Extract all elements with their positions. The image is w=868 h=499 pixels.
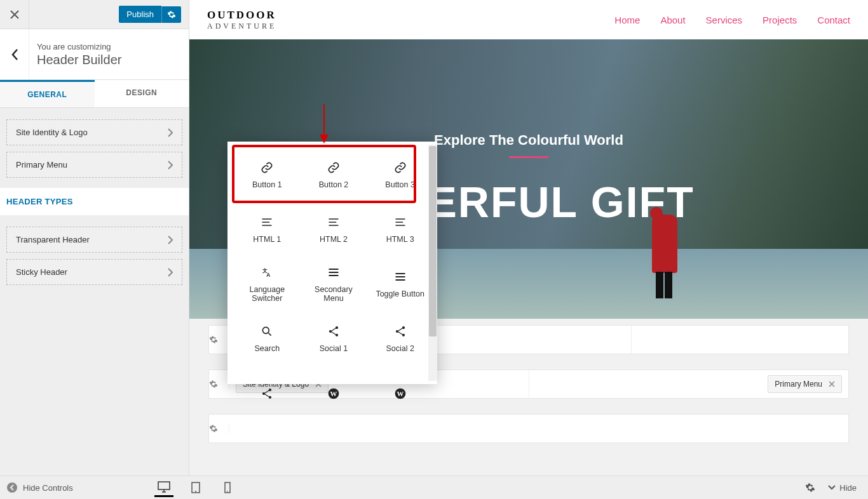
popup-item-button-2[interactable]: Button 2 xyxy=(301,148,367,203)
popup-item-social-1[interactable]: Social 1 xyxy=(301,312,367,366)
option-transparent-header[interactable]: Transparent Header xyxy=(6,227,182,253)
logo-line2: ADVENTURE xyxy=(207,22,276,31)
popup-item-button-3[interactable]: Button 3 xyxy=(367,148,433,203)
nav-contact[interactable]: Contact xyxy=(817,15,850,25)
popup-item-social-2[interactable]: Social 2 xyxy=(367,312,433,366)
desktop-icon xyxy=(158,481,170,493)
hide-label: Hide xyxy=(839,483,857,493)
close-customizer-button[interactable] xyxy=(0,0,29,29)
svg-point-9 xyxy=(262,392,265,395)
popup-item-label: HTML 3 xyxy=(386,235,414,244)
menu-icon xyxy=(394,270,407,283)
link-icon xyxy=(394,161,407,174)
option-sticky-header[interactable]: Sticky Header xyxy=(6,259,182,285)
svg-point-21 xyxy=(195,491,196,492)
hide-controls-label: Hide Controls xyxy=(23,483,73,493)
chip-remove-button[interactable] xyxy=(829,381,835,387)
customizing-label: You are customizing xyxy=(37,42,121,51)
option-label: Transparent Header xyxy=(16,235,90,244)
popup-item-label: HTML 1 xyxy=(253,235,281,244)
primary-nav: Home About Services Projects Contact xyxy=(614,15,850,25)
chip-label: Primary Menu xyxy=(775,380,822,389)
gear-icon xyxy=(209,380,218,389)
search-icon xyxy=(261,325,273,338)
option-site-identity[interactable]: Site Identity & Logo xyxy=(6,119,182,145)
customizer-sidebar: Publish You are customizing Header Build… xyxy=(0,0,189,476)
tab-design[interactable]: DESIGN xyxy=(95,80,189,107)
popup-item-secondary-menu[interactable]: Secondary Menu xyxy=(301,257,367,312)
svg-point-6 xyxy=(396,330,398,333)
popup-item-html-3[interactable]: HTML 3 xyxy=(367,203,433,257)
hide-builder-button[interactable]: Hide xyxy=(828,483,857,493)
back-button[interactable] xyxy=(0,29,29,80)
hero-figure xyxy=(652,215,677,273)
popup-item-item-13[interactable]: W xyxy=(301,366,367,421)
popup-item-html-2[interactable]: HTML 2 xyxy=(301,203,367,257)
general-options: Site Identity & Logo Primary Menu xyxy=(0,108,189,188)
mobile-icon xyxy=(224,482,231,493)
publish-settings-button[interactable] xyxy=(161,6,181,23)
svg-point-18 xyxy=(7,482,17,493)
popup-item-toggle-button[interactable]: Toggle Button xyxy=(367,257,433,312)
popup-item-label: Social 1 xyxy=(320,344,348,353)
chevron-right-icon xyxy=(168,128,173,137)
svg-rect-19 xyxy=(158,482,170,489)
site-header: OUTDOOR ADVENTURE Home About Services Pr… xyxy=(189,0,868,39)
popup-item-language-switcher[interactable]: 文ALanguage Switcher xyxy=(234,257,301,312)
row-settings-button[interactable] xyxy=(209,424,229,433)
popup-item-label: Search xyxy=(255,344,280,353)
svg-point-8 xyxy=(402,334,405,336)
device-mobile-button[interactable] xyxy=(218,478,237,497)
tab-general[interactable]: GENERAL xyxy=(0,80,95,107)
share-icon xyxy=(327,325,340,338)
svg-point-3 xyxy=(329,330,332,333)
wp-icon: W xyxy=(327,387,340,400)
tablet-icon xyxy=(191,482,200,493)
popup-item-search[interactable]: Search xyxy=(234,312,301,366)
chevron-down-icon xyxy=(828,485,836,490)
builder-settings-button[interactable] xyxy=(805,482,815,493)
text-icon xyxy=(394,216,407,229)
popup-item-html-1[interactable]: HTML 1 xyxy=(234,203,301,257)
collapse-icon xyxy=(6,482,18,493)
site-logo: OUTDOOR ADVENTURE xyxy=(207,9,276,31)
chip-primary-menu[interactable]: Primary Menu xyxy=(768,375,842,393)
svg-point-7 xyxy=(402,326,405,329)
nav-home[interactable]: Home xyxy=(614,15,640,25)
nav-projects[interactable]: Projects xyxy=(763,15,797,25)
close-icon xyxy=(829,381,835,387)
row-settings-button[interactable] xyxy=(209,335,229,344)
svg-point-5 xyxy=(336,334,338,336)
nav-services[interactable]: Services xyxy=(706,15,743,25)
header-type-options: Transparent Header Sticky Header xyxy=(0,215,189,295)
popup-item-item-14[interactable]: W xyxy=(367,366,433,421)
section-title: Header Builder xyxy=(37,53,121,67)
close-icon xyxy=(10,10,19,19)
elements-popup: Button 1Button 2Button 3HTML 1HTML 2HTML… xyxy=(227,142,437,384)
nav-about[interactable]: About xyxy=(660,15,685,25)
hide-controls-button[interactable]: Hide Controls xyxy=(6,482,73,493)
option-primary-menu[interactable]: Primary Menu xyxy=(6,152,182,178)
chevron-right-icon xyxy=(168,161,173,170)
popup-item-label: HTML 2 xyxy=(320,235,348,244)
popup-item-label: Social 2 xyxy=(386,344,414,353)
gear-icon xyxy=(167,10,176,19)
popup-item-label: Toggle Button xyxy=(376,289,424,298)
publish-button[interactable]: Publish xyxy=(119,6,161,23)
popup-item-item-12[interactable] xyxy=(234,366,301,421)
popup-item-label: Secondary Menu xyxy=(304,285,363,303)
gear-icon xyxy=(805,482,815,493)
popup-scrollbar[interactable] xyxy=(428,145,437,381)
row-settings-button[interactable] xyxy=(209,380,229,389)
chevron-left-icon xyxy=(11,48,18,61)
popup-item-label: Language Switcher xyxy=(238,285,297,303)
hero-underline xyxy=(509,156,548,158)
device-tablet-button[interactable] xyxy=(186,478,205,497)
svg-point-11 xyxy=(269,396,271,399)
popup-item-label: Button 3 xyxy=(385,180,415,189)
svg-point-2 xyxy=(263,327,269,333)
device-desktop-button[interactable] xyxy=(154,478,173,497)
popup-item-button-1[interactable]: Button 1 xyxy=(234,148,301,203)
option-label: Primary Menu xyxy=(16,160,67,170)
share-icon xyxy=(394,325,407,338)
